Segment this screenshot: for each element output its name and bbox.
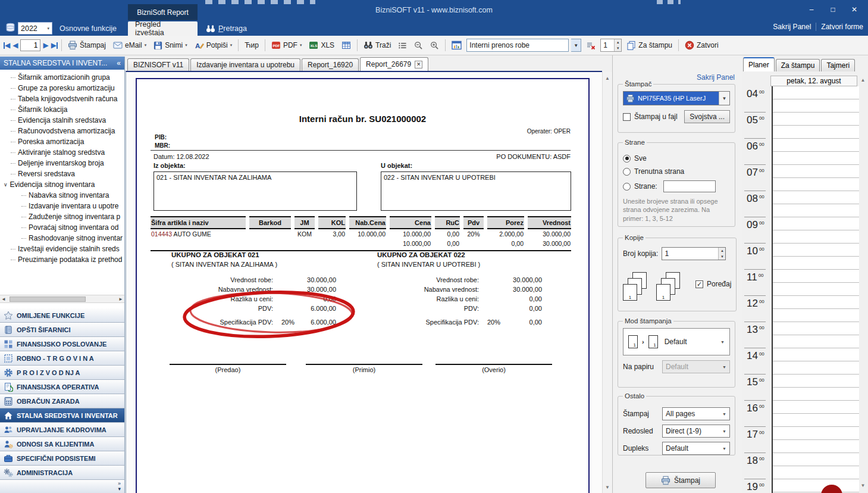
ribbon-tab-osnovne-funkcije[interactable]: Osnovne funkcije xyxy=(52,21,124,36)
xls-export-button[interactable]: XLS XLS xyxy=(306,39,337,52)
planner-slot[interactable] xyxy=(773,113,859,126)
tree-item[interactable]: Evidencija stalnih sredstava xyxy=(0,115,124,126)
planner-scroll-down-icon[interactable]: ▼ xyxy=(859,481,867,489)
pages-current-radio[interactable] xyxy=(623,168,631,176)
sidebar-module[interactable]: SPECIFIČNI PODSISTEMI xyxy=(0,451,124,466)
previous-page-button[interactable]: ◀ xyxy=(12,41,18,49)
close-forms-link[interactable]: Zatvori forme xyxy=(821,23,863,31)
year-select[interactable]: 2022 ▾ xyxy=(18,22,52,35)
planner-tab[interactable]: Planer xyxy=(743,57,775,71)
tree-item[interactable]: Šifarnik lokacija xyxy=(0,104,124,115)
sidebar-module[interactable]: FINANSIJSKO POSLOVANJE xyxy=(0,337,124,351)
print-submit-button[interactable]: Štampaj xyxy=(645,472,716,488)
scroll-up-icon[interactable]: ▲ xyxy=(603,74,612,82)
planner-slot[interactable] xyxy=(773,99,859,113)
printer-properties-button[interactable]: Svojstva ... xyxy=(684,110,730,123)
sidebar-module[interactable]: UPRAVLJANJE KADROVIMA xyxy=(0,423,124,437)
close-tab-icon[interactable]: ✕ xyxy=(415,61,422,68)
tree-item[interactable]: Računovodstvena amortizacija xyxy=(0,126,124,136)
planner-slot[interactable] xyxy=(773,427,859,440)
sidebar-header[interactable]: STALNA SREDSTVA I INVENT... « xyxy=(0,57,124,70)
ribbon-tab-pretraga[interactable]: Pretraga xyxy=(199,21,254,36)
planner-slot[interactable] xyxy=(773,361,859,375)
save-button[interactable]: Snimi▾ xyxy=(151,39,190,52)
tree-item[interactable]: Rashodovanje sitnog inventar xyxy=(0,233,124,244)
print-button[interactable]: Štampaj xyxy=(65,39,108,52)
close-button[interactable]: ✕ xyxy=(845,4,863,15)
chevron-down-icon[interactable]: ∨ xyxy=(4,182,8,188)
planner-slot[interactable] xyxy=(773,375,859,388)
print-option-select[interactable]: All pages▼ xyxy=(662,407,730,420)
tree-item[interactable]: Povraćaj sitnog inventara od xyxy=(0,222,124,233)
last-page-button[interactable]: ▶ xyxy=(51,41,58,49)
copies-stepper[interactable]: 1 ▲▼ xyxy=(600,39,622,52)
sidebar-module[interactable]: STALNA SREDSTVA I INVENTAR xyxy=(0,408,124,423)
planner-slot[interactable] xyxy=(773,296,859,309)
scroll-right-icon[interactable]: ► xyxy=(117,296,124,302)
planner-tab[interactable]: Tajmeri xyxy=(821,59,855,71)
document-tab[interactable]: BIZNISOFT v11 xyxy=(127,58,189,71)
zoom-out-button[interactable] xyxy=(412,39,425,52)
planner-slot[interactable] xyxy=(773,191,859,204)
planner-slot[interactable] xyxy=(773,270,859,283)
document-tab[interactable]: Izdavanje inventara u upotrebu xyxy=(190,58,300,71)
tree-item[interactable]: Deljenje inventarskog broja xyxy=(0,158,124,169)
tree-horizontal-scrollbar[interactable]: ◄ ► xyxy=(0,295,124,303)
tree-item[interactable]: ∨Evidencija sitnog inventara xyxy=(0,179,124,190)
tree-item[interactable]: Šifarnik amortizacionih grupa xyxy=(0,72,124,83)
sidebar-module[interactable]: ROBNO - T R G O V I N A xyxy=(0,351,124,366)
list-view-button[interactable] xyxy=(396,39,409,52)
pages-all-radio[interactable] xyxy=(623,155,631,163)
report-template-select[interactable]: Interni prenos robe xyxy=(466,39,569,52)
planner-slot[interactable] xyxy=(773,283,859,296)
document-tab[interactable]: Report_26679✕ xyxy=(360,57,428,71)
print-mode-select[interactable]: 1 › 1 Default ▼ xyxy=(623,328,730,355)
print-option-select[interactable]: Default▼ xyxy=(662,442,730,455)
planner-scroll-up-icon[interactable]: ▲ xyxy=(859,76,867,84)
tree-item[interactable]: Poreska amortizacija xyxy=(0,136,124,147)
sign-button[interactable]: A Potpiši▾ xyxy=(192,39,235,52)
planner-slot[interactable] xyxy=(773,388,859,401)
planner-tab[interactable]: Za štampu xyxy=(776,59,820,71)
planner-slot[interactable] xyxy=(773,335,859,348)
planner-slot[interactable] xyxy=(773,440,859,453)
planner-slot[interactable] xyxy=(773,401,859,414)
tree-item[interactable]: Izveštaji evidencije stalnih sreds xyxy=(0,244,124,254)
document-tab[interactable]: Report_16920 xyxy=(302,58,359,71)
queue-print-button[interactable]: Za štampu xyxy=(624,39,675,52)
scrollbar-thumb[interactable] xyxy=(10,297,86,302)
viewer-vertical-scrollbar[interactable]: ▲ ▼ xyxy=(602,72,612,493)
planner-slot[interactable] xyxy=(773,178,859,191)
planner-slot[interactable] xyxy=(773,86,859,99)
scroll-down-icon[interactable]: ▼ xyxy=(603,483,612,491)
first-page-button[interactable]: ◀ xyxy=(4,41,10,49)
planner-slot[interactable] xyxy=(773,257,859,270)
planner-slot[interactable] xyxy=(773,244,859,257)
planner-slot[interactable] xyxy=(773,322,859,335)
scroll-left-icon[interactable]: ◄ xyxy=(0,296,7,302)
planner-slot[interactable] xyxy=(773,466,859,479)
pdf-export-button[interactable]: PDF PDF▾ xyxy=(269,39,305,52)
maximize-button[interactable]: □ xyxy=(824,4,842,15)
planner-slot[interactable] xyxy=(773,230,859,244)
pages-range-radio[interactable] xyxy=(623,183,631,191)
minimize-button[interactable]: – xyxy=(803,4,820,15)
close-report-button[interactable]: Zatvori xyxy=(682,39,721,52)
collate-checkbox[interactable]: ✓ xyxy=(695,280,703,288)
print-to-file-checkbox[interactable] xyxy=(623,113,631,121)
planner-slot[interactable] xyxy=(773,165,859,178)
cyrillic-toggle-button[interactable]: Ћир xyxy=(242,39,261,51)
tree-item[interactable]: Zaduženje sitnog inventara p xyxy=(0,211,124,222)
planner-slot[interactable] xyxy=(773,217,859,230)
hide-panel-link[interactable]: Sakrij Panel xyxy=(773,23,811,31)
planner-slot[interactable] xyxy=(773,348,859,361)
sidebar-module[interactable]: OBRAČUN ZARADA xyxy=(0,394,124,408)
tree-item[interactable]: Reversi sredstava xyxy=(0,169,124,179)
tree-item[interactable]: Grupe za poresku amortizaciju xyxy=(0,83,124,93)
zoom-in-button[interactable] xyxy=(428,39,441,52)
page-number-input[interactable] xyxy=(20,39,40,51)
planner-slot[interactable] xyxy=(773,152,859,165)
sidebar-module[interactable]: OPŠTI ŠIFARNICI xyxy=(0,323,124,337)
sidebar-module[interactable]: P R O I Z V O D NJ A xyxy=(0,366,124,380)
tree-item[interactable]: Nabavka sitnog inventara xyxy=(0,190,124,201)
